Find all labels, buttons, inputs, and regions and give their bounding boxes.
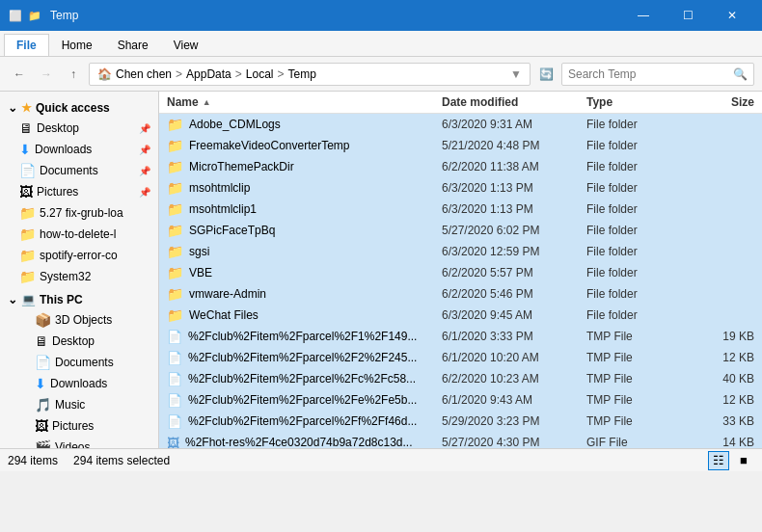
table-row[interactable]: 📄 %2Fclub%2Fitem%2Fparcel%2F1%2F149... 6… <box>159 326 762 347</box>
sidebar-section-quick-access[interactable]: ⌄ ★ Quick access <box>0 95 158 118</box>
tab-view[interactable]: View <box>161 34 211 56</box>
sidebar-section-this-pc[interactable]: ⌄ 💻 This PC <box>0 287 158 309</box>
gif-file-icon: 🖼 <box>167 436 179 449</box>
file-type: TMP File <box>579 393 685 407</box>
breadcrumb-sep-3: > <box>277 67 284 81</box>
table-row[interactable]: 📁 VBE 6/2/2020 5:57 PM File folder <box>159 262 762 283</box>
table-row[interactable]: 📁 sgsi 6/3/2020 12:59 PM File folder <box>159 241 762 262</box>
file-type: File folder <box>579 245 685 258</box>
folder-icon: 📁 <box>167 159 183 174</box>
table-row[interactable]: 📁 Adobe_CDMLogs 6/3/2020 9:31 AM File fo… <box>159 114 762 135</box>
file-name: 📁 WeChat Files <box>159 307 434 323</box>
file-type: GIF File <box>579 436 685 448</box>
folder-icon: 📁 <box>19 269 36 284</box>
table-row[interactable]: 📁 FreemakeVideoConverterTemp 5/21/2020 4… <box>159 135 762 156</box>
sidebar-item-how-to-delete[interactable]: 📁 how-to-delete-l <box>0 224 158 245</box>
videos-icon: 🎬 <box>35 439 51 448</box>
sidebar: ⌄ ★ Quick access 🖥 Desktop 📌 ⬇ Downloads… <box>0 92 159 448</box>
file-date: 6/3/2020 9:45 AM <box>434 308 579 322</box>
tab-share[interactable]: Share <box>105 34 161 56</box>
downloads-icon: ⬇ <box>19 142 31 157</box>
folder-icon: 📁 <box>167 286 183 302</box>
forward-button[interactable]: → <box>35 63 58 86</box>
main-content: ⌄ ★ Quick access 🖥 Desktop 📌 ⬇ Downloads… <box>0 92 762 448</box>
quick-access-label: Quick access <box>36 101 110 115</box>
sidebar-item-documents-qa[interactable]: 📄 Documents 📌 <box>0 160 158 181</box>
music-icon: 🎵 <box>35 397 51 412</box>
sidebar-item-desktop-pc[interactable]: 🖥 Desktop <box>0 331 158 352</box>
this-pc-icon: 💻 <box>21 293 36 306</box>
table-row[interactable]: 📁 vmware-Admin 6/2/2020 5:46 PM File fol… <box>159 283 762 305</box>
maximize-button[interactable]: ☐ <box>666 0 710 31</box>
table-row[interactable]: 📄 %2Fclub%2Fitem%2Fparcel%2Fe%2Fe5b... 6… <box>159 389 762 411</box>
details-view-button[interactable]: ☷ <box>708 451 729 470</box>
sidebar-item-videos[interactable]: 🎬 Videos <box>0 437 158 448</box>
sidebar-item-system32[interactable]: 📁 System32 <box>0 266 158 287</box>
sidebar-item-label: Videos <box>55 440 90 448</box>
folder-icon: 📁 <box>167 244 183 259</box>
col-header-name[interactable]: Name ▲ <box>159 95 434 109</box>
sidebar-item-music[interactable]: 🎵 Music <box>0 394 158 415</box>
window-controls: — ☐ ✕ <box>621 0 754 31</box>
sidebar-item-downloads-pc[interactable]: ⬇ Downloads <box>0 373 158 394</box>
sidebar-item-label: how-to-delete-l <box>40 227 116 241</box>
sidebar-item-documents-pc[interactable]: 📄 Documents <box>0 352 158 373</box>
file-date: 6/1/2020 9:43 AM <box>434 393 579 407</box>
file-name: 📁 msohtmlclip <box>159 180 434 196</box>
sidebar-item-label: Desktop <box>37 121 79 135</box>
table-row[interactable]: 📁 WeChat Files 6/3/2020 9:45 AM File fol… <box>159 305 762 326</box>
sidebar-item-label: Downloads <box>35 143 92 156</box>
file-date: 5/21/2020 4:48 PM <box>434 139 579 152</box>
table-row[interactable]: 📄 %2Fclub%2Fitem%2Fparcel%2Fc%2Fc58... 6… <box>159 368 762 389</box>
breadcrumb-chen-label: Chen chen <box>116 67 172 81</box>
file-size: 12 KB <box>685 351 762 364</box>
table-row[interactable]: 📁 MicroThemePackDir 6/2/2020 11:38 AM Fi… <box>159 156 762 177</box>
table-row[interactable]: 📁 msohtmlclip1 6/3/2020 1:13 PM File fol… <box>159 199 762 220</box>
sidebar-item-downloads-qa[interactable]: ⬇ Downloads 📌 <box>0 139 158 160</box>
breadcrumb[interactable]: 🏠 Desktop Chen chen > AppData > Local > … <box>89 63 531 86</box>
sidebar-item-pictures-pc[interactable]: 🖼 Pictures <box>0 415 158 437</box>
sidebar-item-fix-grub[interactable]: 📁 5.27 fix-grub-loa <box>0 202 158 224</box>
sidebar-item-desktop-qa[interactable]: 🖥 Desktop 📌 <box>0 118 158 139</box>
close-button[interactable]: ✕ <box>710 0 754 31</box>
file-type: File folder <box>579 266 685 279</box>
back-button[interactable]: ← <box>8 63 31 86</box>
pin-icon: 📌 <box>139 187 150 198</box>
sidebar-item-label: Music <box>55 398 85 412</box>
sidebar-item-3d-objects[interactable]: 📦 3D Objects <box>0 309 158 331</box>
minimize-button[interactable]: — <box>621 0 666 31</box>
file-size: 40 KB <box>685 372 762 386</box>
file-date: 5/29/2020 3:23 PM <box>434 414 579 428</box>
search-input[interactable] <box>568 67 729 81</box>
pictures-icon: 🖼 <box>19 184 33 200</box>
column-headers: Name ▲ Date modified Type Size <box>159 92 762 114</box>
sidebar-item-label: Documents <box>55 356 114 369</box>
large-icons-view-button[interactable]: ■ <box>733 451 754 470</box>
ribbon: File Home Share View <box>0 31 762 57</box>
ribbon-tabs: File Home Share View <box>0 31 762 56</box>
col-header-date[interactable]: Date modified <box>434 95 579 109</box>
table-row[interactable]: 📁 SGPicFaceTpBq 5/27/2020 6:02 PM File f… <box>159 220 762 241</box>
search-box: 🔍 <box>561 63 754 86</box>
sidebar-item-label: System32 <box>40 270 91 283</box>
file-type: File folder <box>579 118 685 131</box>
table-row[interactable]: 📁 msohtmlclip 6/3/2020 1:13 PM File fold… <box>159 177 762 199</box>
up-button[interactable]: ↑ <box>62 63 85 86</box>
refresh-button[interactable]: 🔄 <box>534 63 558 86</box>
file-size: 19 KB <box>685 330 762 343</box>
file-size: 33 KB <box>685 414 762 428</box>
table-row[interactable]: 🖼 %2Fhot-res%2F4ce0320d74b9a72d8c13d... … <box>159 432 762 448</box>
file-type: File folder <box>579 139 685 152</box>
file-type: TMP File <box>579 372 685 386</box>
sidebar-item-pictures-qa[interactable]: 🖼 Pictures 📌 <box>0 181 158 202</box>
table-row[interactable]: 📄 %2Fclub%2Fitem%2Fparcel%2Ff%2Ff46d... … <box>159 411 762 432</box>
file-date: 6/3/2020 9:31 AM <box>434 118 579 131</box>
table-row[interactable]: 📄 %2Fclub%2Fitem%2Fparcel%2F2%2F245... 6… <box>159 347 762 368</box>
tab-file[interactable]: File <box>4 34 49 56</box>
col-header-type[interactable]: Type <box>579 95 685 109</box>
col-header-size[interactable]: Size <box>685 95 762 109</box>
sidebar-item-spotify-error[interactable]: 📁 spotify-error-co <box>0 245 158 266</box>
folder-icon: 📁 <box>19 226 36 242</box>
tab-home[interactable]: Home <box>49 34 105 56</box>
documents-icon: 📄 <box>35 355 51 370</box>
